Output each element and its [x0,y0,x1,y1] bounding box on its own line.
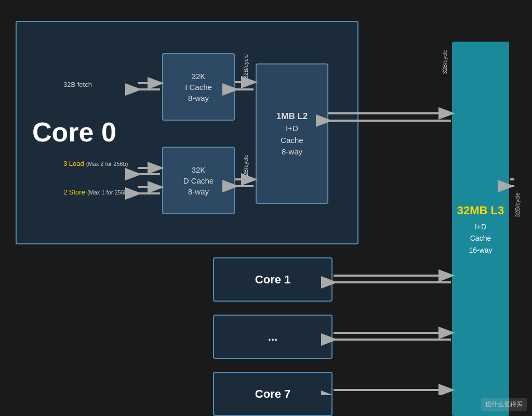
bw-label-l3-right: 32B/cycle [514,192,521,217]
load-label: 3 Load [63,160,84,167]
icache-box: 32K I Cache 8-way [162,53,235,121]
bw-label-dcache-bottom: 32B/cycle [243,154,249,179]
load-sub: (Max 2 for 256b) [86,161,128,167]
core0-label: Core 0 [32,118,116,147]
dcache-box: 32K D Cache 8-way [162,147,235,214]
l3-box: 32MB L3 I+D Cache 16-way [452,42,509,416]
l2-box: 1MB L2 I+D Cache 8-way [256,63,328,204]
fetch-label: 32B fetch [63,81,92,88]
core7-box: Core 7 [213,372,332,416]
core-dots-box: ... [213,315,332,359]
bw-label-l3-top: 32B/cycle [442,49,448,74]
main-diagram: Core 0 32B fetch 3 Load (Max 2 for 256b)… [16,21,514,395]
store-label: 2 Store [63,188,85,196]
bw-label-icache-top: 32B/cycle [243,54,249,79]
core1-box: Core 1 [213,257,332,302]
l3-title: 32MB L3 [457,202,504,219]
store-sub: (Max 1 for 256b) [87,189,129,196]
watermark: 值什么值得买 [481,398,527,411]
core0-box: Core 0 32B fetch 3 Load (Max 2 for 256b)… [16,21,358,244]
